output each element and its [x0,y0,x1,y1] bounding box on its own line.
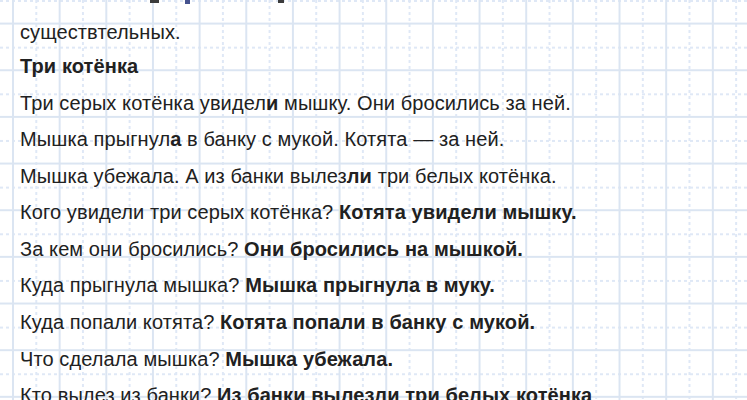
text-line: Кого увидели три серых котёнка? Котята у… [20,200,739,224]
text-segment: Мышка прыгнул [20,128,170,150]
text-segment: Кого увидели три серых котёнка? [20,201,339,223]
text-segment-bold: а [170,128,181,150]
text-line: Куда попали котята? Котята попали в банк… [20,310,739,334]
cut-off-text-fragment [278,0,284,3]
text-segment-bold: Котята попали в банку с мукой. [220,311,535,333]
text-segment-bold: Они бросились на мышкой. [244,238,523,260]
text-segment: Мышка убежала. А из банки вылез [20,165,347,187]
notebook-page: существтельных.Три котёнкаТри серых котё… [0,0,747,400]
text-segment: существтельных. [20,21,181,43]
text-line: Куда прыгнула мышка? Мышка прыгнула в му… [20,273,739,297]
text-segment: Куда прыгнула мышка? [20,274,245,296]
text-segment: в банку с мукой. Котята — за ней. [181,128,504,150]
text-line: Три котёнка [20,54,739,78]
text-line: существтельных. [20,20,739,44]
text-segment-bold: Мышка убежала. [225,348,393,370]
text-line: Мышка прыгнула в банку с мукой. Котята —… [20,127,739,151]
text-line: За кем они бросились? Они бросились на м… [20,237,739,261]
text-segment: Три серых котёнка увидел [20,92,266,114]
cut-off-text-fragment [185,0,190,4]
text-line: Мышка убежала. А из банки вылезли три бе… [20,164,739,188]
text-segment-bold: Три котёнка [20,55,138,77]
text-segment-bold: ли [347,165,372,187]
text-segment: три белых котёнка. [372,165,557,187]
text-segment-bold: и [266,92,278,114]
text-line: Три серых котёнка увидели мышку. Они бро… [20,91,739,115]
text-line: Что сделала мышка? Мышка убежала. [20,347,739,371]
text-segment: мышку. Они бросились за ней. [278,92,570,114]
text-segment-bold: Мышка прыгнула в муку. [245,274,495,296]
text-segment: Что сделала мышка? [20,348,225,370]
text-line: Кто вылез из банки? Из банки вылезли три… [20,383,739,400]
text-segment-bold: Из банки вылезли три белых котёнка [217,384,592,400]
text-segment: За кем они бросились? [20,238,244,260]
text-segment-bold: Котята увидели мышку. [339,201,577,223]
text-segment: Кто вылез из банки? [20,384,217,400]
text-segment: Куда попали котята? [20,311,220,333]
cut-off-text-fragment [150,0,159,3]
